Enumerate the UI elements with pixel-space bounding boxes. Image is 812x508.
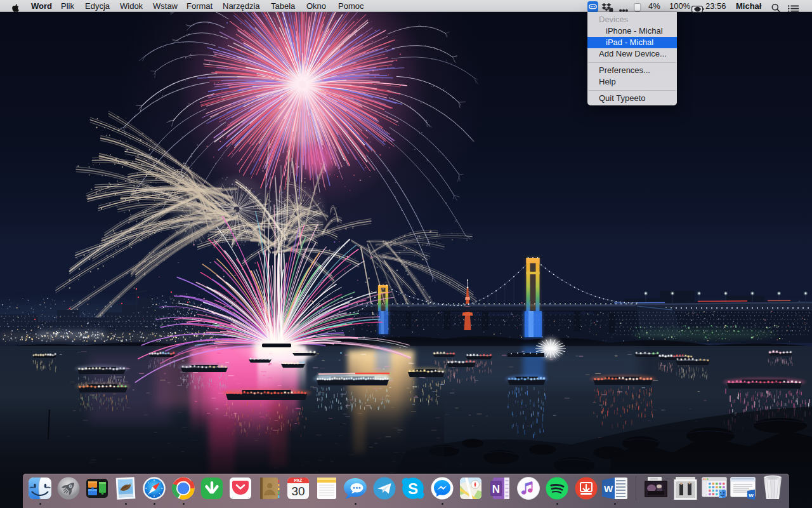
svg-text:30: 30 [291,485,304,498]
svg-text:S: S [408,480,418,497]
svg-text:W: W [604,483,613,494]
svg-text:N: N [492,483,500,495]
svg-text:PAŹ: PAŹ [294,478,303,483]
svg-text:W: W [749,493,754,498]
